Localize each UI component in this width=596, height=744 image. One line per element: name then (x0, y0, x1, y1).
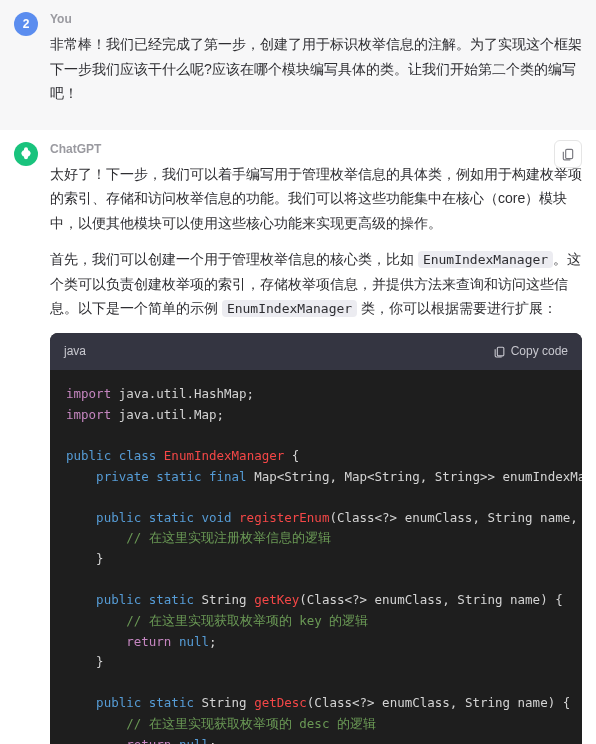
text-span: 类，你可以根据需要进行扩展： (357, 300, 557, 316)
user-text: 非常棒！我们已经完成了第一步，创建了用于标识枚举信息的注解。为了实现这个框架下一… (50, 32, 582, 106)
assistant-text: 太好了！下一步，我们可以着手编写用于管理枚举信息的具体类，例如用于构建枚举项的索… (50, 162, 582, 745)
code-block: java Copy code import java.util.HashMap;… (50, 333, 582, 744)
user-message: 2 You 非常棒！我们已经完成了第一步，创建了用于标识枚举信息的注解。为了实现… (0, 0, 596, 130)
gpt-logo-icon (18, 146, 34, 162)
assistant-paragraph-1: 太好了！下一步，我们可以着手编写用于管理枚举信息的具体类，例如用于构建枚举项的索… (50, 162, 582, 236)
svg-rect-1 (497, 347, 504, 356)
assistant-message-body: ChatGPT 太好了！下一步，我们可以着手编写用于管理枚举信息的具体类，例如用… (50, 142, 582, 745)
code-header: java Copy code (50, 333, 582, 370)
user-message-body: You 非常棒！我们已经完成了第一步，创建了用于标识枚举信息的注解。为了实现这个… (50, 12, 582, 118)
assistant-paragraph-2: 首先，我们可以创建一个用于管理枚举信息的核心类，比如 EnumIndexMana… (50, 247, 582, 321)
copy-code-label: Copy code (511, 341, 568, 362)
user-paragraph: 非常棒！我们已经完成了第一步，创建了用于标识枚举信息的注解。为了实现这个框架下一… (50, 32, 582, 106)
clipboard-icon (561, 147, 575, 161)
assistant-avatar (14, 142, 38, 166)
inline-code: EnumIndexManager (418, 251, 553, 268)
assistant-message: ChatGPT 太好了！下一步，我们可以着手编写用于管理枚举信息的具体类，例如用… (0, 130, 596, 745)
code-lang-label: java (64, 341, 86, 362)
clipboard-icon (493, 345, 506, 358)
assistant-sender-label: ChatGPT (50, 142, 582, 156)
svg-rect-0 (566, 149, 573, 158)
user-sender-label: You (50, 12, 582, 26)
code-content[interactable]: import java.util.HashMap; import java.ut… (50, 370, 582, 744)
user-avatar: 2 (14, 12, 38, 36)
copy-code-button[interactable]: Copy code (493, 341, 568, 362)
text-span: 首先，我们可以创建一个用于管理枚举信息的核心类，比如 (50, 251, 418, 267)
inline-code: EnumIndexManager (222, 300, 357, 317)
copy-message-button[interactable] (554, 140, 582, 168)
